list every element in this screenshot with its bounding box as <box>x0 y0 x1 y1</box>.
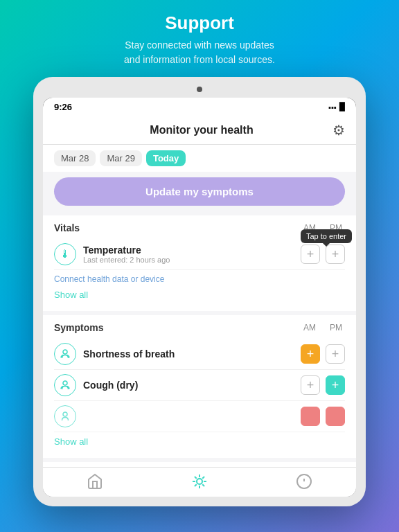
tablet-screen: 9:26 ▪▪▪ ▉ Monitor your health ⚙ Mar 28 … <box>43 98 356 497</box>
nav-monitor[interactable] <box>191 473 208 490</box>
sob-pm-btn[interactable]: + <box>326 344 345 364</box>
date-tab-today[interactable]: Today <box>146 150 186 166</box>
temperature-row: 🌡 Temperature Last entered: 2 hours ago … <box>54 239 345 270</box>
app-header-title: Monitor your health <box>71 124 332 136</box>
other-symptom-icon <box>54 405 76 427</box>
date-tabs: Mar 28 Mar 29 Today <box>43 145 356 172</box>
scroll-area: Vitals AM PM 🌡 Temperature Last entered:… <box>43 211 356 467</box>
status-icons: ▪▪▪ ▉ <box>328 103 345 112</box>
other-symptom-row <box>54 401 345 432</box>
temperature-info: Temperature Last entered: 2 hours ago <box>83 245 301 264</box>
nav-home[interactable] <box>87 473 103 490</box>
other-pm-btn[interactable] <box>326 407 345 426</box>
symptoms-section: Symptoms AM PM <box>43 315 356 458</box>
date-tab-mar28[interactable]: Mar 28 <box>54 150 96 166</box>
vitals-section: Vitals AM PM 🌡 Temperature Last entered:… <box>43 215 356 311</box>
gear-icon[interactable]: ⚙ <box>332 122 345 139</box>
nav-info[interactable] <box>296 473 312 490</box>
signal-icon: ▪▪▪ <box>328 103 337 112</box>
update-symptoms-button[interactable]: Update my symptoms <box>54 177 345 206</box>
bottom-nav <box>43 467 356 497</box>
page-title: Support <box>124 12 275 34</box>
symptoms-am-pm: AM PM <box>303 323 345 332</box>
reminder-row: Remind me to update my symptoms when I n… <box>43 462 356 467</box>
sob-name: Shortness of breath <box>83 348 301 360</box>
temperature-am-btn[interactable]: + <box>301 245 320 264</box>
page-subtitle: Stay connected with news updatesand info… <box>124 38 275 67</box>
sob-row: Shortness of breath + + <box>54 339 345 370</box>
temperature-icon: 🌡 <box>54 243 76 265</box>
app-header: Monitor your health ⚙ <box>43 115 356 145</box>
symptoms-title: Symptoms <box>54 322 104 333</box>
cough-info: Cough (dry) <box>83 380 301 391</box>
app-content: Monitor your health ⚙ Mar 28 Mar 29 Toda… <box>43 115 356 497</box>
symptoms-am-label: AM <box>303 323 316 332</box>
cough-am-btn[interactable]: + <box>301 375 320 395</box>
cough-row: Cough (dry) + + <box>54 370 345 401</box>
sob-add-buttons: + + <box>301 344 345 364</box>
vitals-show-all[interactable]: Show all <box>54 285 345 304</box>
temperature-pm-btn[interactable]: + <box>326 245 345 264</box>
temperature-add-buttons: Tap to enter + + <box>301 245 345 264</box>
cough-pm-btn[interactable]: + <box>326 375 345 395</box>
symptoms-section-header: Symptoms AM PM <box>54 322 345 333</box>
temperature-tooltip: Tap to enter <box>301 229 352 243</box>
status-time: 9:26 <box>54 102 72 112</box>
sob-am-btn[interactable]: + <box>301 344 320 364</box>
connect-link[interactable]: Connect health data or device <box>54 270 345 285</box>
cough-name: Cough (dry) <box>83 380 301 391</box>
page-header: Support Stay connected with news updates… <box>96 0 303 77</box>
svg-point-2 <box>63 412 67 416</box>
sob-icon <box>54 343 76 365</box>
temperature-name: Temperature <box>83 245 301 256</box>
vitals-title: Vitals <box>54 222 80 233</box>
svg-point-1 <box>63 381 67 385</box>
cough-add-buttons: + + <box>301 375 345 395</box>
other-symptom-btns <box>301 407 345 426</box>
svg-point-3 <box>197 479 202 484</box>
other-am-btn[interactable] <box>301 407 320 426</box>
svg-point-0 <box>63 350 67 354</box>
symptoms-pm-label: PM <box>330 323 342 332</box>
tablet-frame: 9:26 ▪▪▪ ▉ Monitor your health ⚙ Mar 28 … <box>33 77 366 506</box>
battery-icon: ▉ <box>339 103 345 112</box>
symptoms-show-all[interactable]: Show all <box>54 432 345 451</box>
cough-icon <box>54 374 76 396</box>
temperature-sub: Last entered: 2 hours ago <box>83 256 301 264</box>
sob-info: Shortness of breath <box>83 348 301 360</box>
date-tab-mar29[interactable]: Mar 29 <box>100 150 141 166</box>
status-bar: 9:26 ▪▪▪ ▉ <box>43 98 356 115</box>
tablet-camera <box>197 87 202 92</box>
